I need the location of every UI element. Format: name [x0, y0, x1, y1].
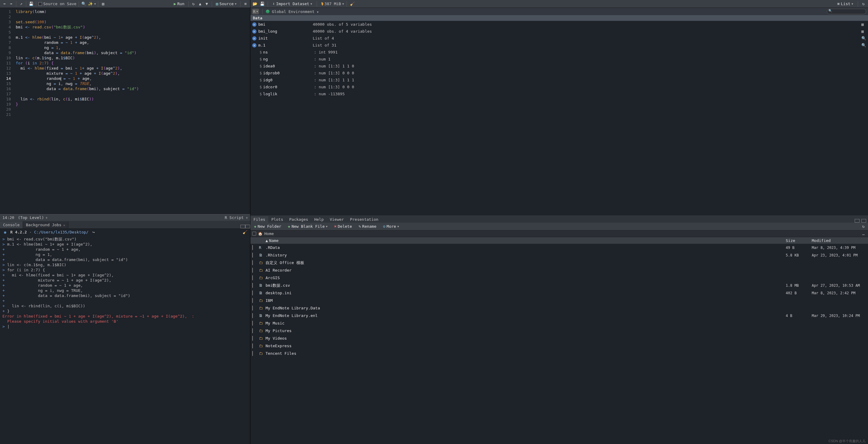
tab-plots[interactable]: Plots	[268, 216, 286, 223]
tab-presentation[interactable]: Presentation	[347, 216, 381, 223]
rename-button[interactable]: ✎Rename	[357, 223, 378, 229]
refresh-files-icon[interactable]: ↻	[861, 224, 866, 229]
import-dataset-button[interactable]: ⬇Import Dataset▼	[271, 1, 314, 7]
save-icon[interactable]: 💾	[28, 1, 34, 7]
file-row[interactable]: 🗀 My EndNote Library.Data	[250, 304, 868, 312]
minimize-icon[interactable]	[241, 225, 245, 228]
file-name[interactable]: My Music	[266, 321, 786, 325]
expand-icon[interactable]: ▸	[252, 36, 256, 40]
file-row[interactable]: R .RData 49 B Mar 8, 2023, 4:39 PM	[250, 244, 868, 251]
file-row[interactable]: 🗀 AI Recorder	[250, 266, 868, 274]
tab-packages[interactable]: Packages	[286, 216, 311, 223]
table-icon[interactable]: ▦	[861, 22, 866, 27]
file-name[interactable]: AI Recorder	[266, 268, 786, 273]
forward-icon[interactable]: ➡	[8, 1, 14, 7]
file-checkbox[interactable]	[252, 321, 253, 326]
modified-column-header[interactable]: Modified	[812, 238, 866, 243]
name-column-header[interactable]: ▲ Name	[266, 238, 786, 243]
zoom-icon[interactable]: 🔍	[861, 43, 866, 48]
file-name[interactable]: desktop.ini	[266, 291, 786, 295]
memory-usage[interactable]: 387 MiB▼	[320, 1, 344, 6]
file-name[interactable]: .RData	[266, 245, 786, 250]
file-checkbox[interactable]	[252, 275, 253, 280]
new-blank-file-button[interactable]: ✚New Blank File▼	[286, 223, 329, 229]
go-up-icon[interactable]: ▲	[197, 1, 203, 7]
env-row[interactable]: ▾ m.1 List of 31 🔍	[250, 42, 868, 49]
home-icon[interactable]: 🏠	[258, 232, 262, 236]
rerun-icon[interactable]: ↻	[191, 1, 196, 7]
outline-icon[interactable]: ≡	[243, 1, 248, 7]
refresh-env-icon[interactable]: ↻	[861, 1, 866, 7]
file-name[interactable]: NoteExpress	[266, 344, 786, 348]
maximize-icon[interactable]	[245, 225, 250, 228]
file-checkbox[interactable]	[252, 290, 253, 295]
open-icon[interactable]: 📂	[252, 1, 258, 7]
file-row[interactable]: 🗀 NoteExpress	[250, 342, 868, 350]
file-row[interactable]: 🗀 My Pictures	[250, 327, 868, 335]
source-button[interactable]: ▤Source▼	[214, 1, 238, 7]
file-checkbox[interactable]	[252, 298, 253, 303]
language-scope[interactable]: R▼	[252, 9, 259, 14]
env-row[interactable]: ▸ bmi_long 40000 obs. of 4 variables ▦	[250, 28, 868, 35]
file-checkbox[interactable]	[252, 253, 253, 258]
expand-icon[interactable]: ▸	[252, 29, 256, 34]
file-name[interactable]: ArcGIS	[266, 276, 786, 280]
report-icon[interactable]: ▤	[100, 1, 106, 7]
file-row[interactable]: 🗎 My EndNote Library.enl 4 B Mar 29, 202…	[250, 312, 868, 319]
save-env-icon[interactable]: 💾	[259, 1, 265, 7]
file-checkbox[interactable]	[252, 245, 253, 250]
file-checkbox[interactable]	[252, 351, 253, 356]
file-row[interactable]: 🗎 desktop.ini 402 B Mar 8, 2023, 2:42 PM	[250, 289, 868, 297]
source-on-save-checkbox[interactable]	[38, 2, 42, 6]
table-icon[interactable]: ▦	[861, 29, 866, 34]
code-area[interactable]: library(lcmm) set.seed(100) bmi <- read.…	[13, 8, 250, 214]
file-name[interactable]: bmi数据.csv	[266, 283, 786, 288]
working-directory[interactable]: C:/Users/lx135/Desktop/	[34, 230, 89, 234]
file-checkbox[interactable]	[252, 268, 253, 273]
file-name[interactable]: My Pictures	[266, 328, 786, 333]
run-button[interactable]: ▶Run	[172, 1, 186, 7]
file-checkbox[interactable]	[252, 328, 253, 333]
broom-icon[interactable]: 🧹	[350, 1, 355, 7]
env-row[interactable]: ▸ bmi 40000 obs. of 5 variables ▦	[250, 21, 868, 28]
search-input[interactable]	[827, 9, 866, 14]
tab-help[interactable]: Help	[311, 216, 327, 223]
new-folder-button[interactable]: ✚New Folder	[252, 223, 283, 229]
file-row[interactable]: 🗀 IBM	[250, 297, 868, 304]
tab-background-jobs[interactable]: Background Jobs✕	[23, 221, 68, 228]
more-button[interactable]: ⚙More▼	[381, 223, 401, 229]
maximize-icon[interactable]	[861, 219, 866, 223]
file-row[interactable]: 🗀 My Videos	[250, 335, 868, 342]
file-name[interactable]: IBM	[266, 298, 786, 303]
file-checkbox[interactable]	[252, 343, 253, 348]
delete-button[interactable]: ✖Delete	[332, 223, 354, 229]
env-row[interactable]: ▸ init List of 4 🔍	[250, 35, 868, 42]
tab-files[interactable]: Files	[250, 216, 268, 223]
file-row[interactable]: 🗎 .Rhistory 5.8 KB Apr 23, 2023, 4:01 PM	[250, 251, 868, 259]
file-checkbox[interactable]	[252, 306, 253, 311]
search-icon[interactable]: 🔍	[81, 1, 87, 7]
file-name[interactable]: My EndNote Library.Data	[266, 306, 786, 310]
tab-viewer[interactable]: Viewer	[327, 216, 347, 223]
file-row[interactable]: 🗀 My Music	[250, 319, 868, 327]
expand-icon[interactable]: ▾	[252, 43, 256, 47]
env-scope-selector[interactable]: Global Environment ▼	[272, 9, 318, 14]
minimize-icon[interactable]	[855, 219, 860, 223]
file-name[interactable]: .Rhistory	[266, 253, 786, 257]
tab-console[interactable]: Console	[0, 221, 23, 228]
file-row[interactable]: 🗀 自定义 Office 模板	[250, 259, 868, 266]
file-checkbox[interactable]	[252, 283, 253, 288]
expand-icon[interactable]: ▸	[252, 22, 256, 27]
size-column-header[interactable]: Size	[786, 238, 812, 243]
file-row[interactable]: 🗎 bmi数据.csv 1.8 MB Apr 27, 2023, 10:53 A…	[250, 282, 868, 289]
goto-dir-icon[interactable]: ↪	[91, 229, 96, 235]
console-output[interactable]: > bmi <- read.csv("bmi数据.csv")> m.1 <- h…	[0, 235, 250, 444]
breadcrumb-home[interactable]: Home	[264, 231, 274, 236]
show-in-new-window-icon[interactable]: ↗	[19, 1, 24, 7]
file-name[interactable]: 自定义 Office 模板	[266, 260, 786, 265]
view-mode-selector[interactable]: ≡ List▼	[835, 1, 855, 7]
back-icon[interactable]: ⬅	[2, 1, 7, 7]
clear-console-icon[interactable]: 🧹	[242, 229, 248, 235]
select-all-checkbox[interactable]	[252, 232, 256, 235]
file-row[interactable]: 🗀 Tencent Files	[250, 350, 868, 357]
